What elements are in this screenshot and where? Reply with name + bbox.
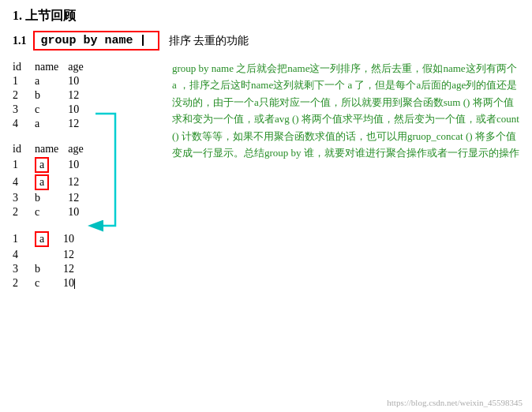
table-row: 2 c 10 bbox=[13, 276, 92, 290]
table-cell: 4 bbox=[13, 174, 35, 191]
table-cell: 10 bbox=[63, 230, 92, 248]
table-row: 1 a 10 bbox=[13, 74, 96, 88]
table-row: 4 a 12 bbox=[13, 174, 96, 191]
table-cell: id bbox=[13, 142, 35, 156]
table-cell: name bbox=[35, 60, 68, 74]
table-cell: c bbox=[35, 103, 68, 117]
table-cell: 12 bbox=[68, 88, 96, 103]
left-panel: id name age 1 a 10 2 b 12 bbox=[13, 60, 163, 302]
table-cell: b bbox=[35, 191, 68, 205]
right-explanation: group by name 之后就会把name这一列排序，然后去重，假如name… bbox=[172, 60, 519, 162]
table-cell: 2 bbox=[13, 88, 35, 103]
group-by-label: group by bbox=[172, 62, 209, 74]
table-cell bbox=[35, 248, 63, 262]
table-row: 4 a 12 bbox=[13, 117, 96, 131]
table-cell: name bbox=[35, 142, 68, 156]
code-box[interactable]: group by name bbox=[33, 31, 159, 51]
table-cell: 4 bbox=[13, 248, 35, 262]
table-cell: 3 bbox=[13, 103, 35, 117]
table-cell: a bbox=[35, 74, 68, 88]
table2: id name age 1 a 10 4 a 12 bbox=[13, 142, 96, 219]
section-title: 1. 上节回顾 bbox=[13, 8, 519, 24]
main-content: id name age 1 a 10 2 b 12 bbox=[13, 60, 519, 302]
cursor-icon bbox=[142, 35, 144, 46]
table-cell: b bbox=[35, 262, 63, 276]
table-cell: 2 bbox=[13, 276, 35, 290]
table-cell: 12 bbox=[68, 174, 96, 191]
table-row: 1 a 10 bbox=[13, 156, 96, 174]
table-cell: b bbox=[35, 88, 68, 103]
code-text: group by name bbox=[41, 34, 133, 47]
table3: 1 a 10 4 12 3 b 12 2 bbox=[13, 230, 92, 290]
table-row: 3 b 12 bbox=[13, 191, 96, 205]
table-row: 1 a 10 bbox=[13, 230, 92, 248]
table-cell: 12 bbox=[68, 117, 96, 131]
subsection-label: 1.1 bbox=[13, 35, 27, 47]
url-watermark: https://blog.csdn.net/weixin_45598345 bbox=[387, 398, 523, 407]
page: 1. 上节回顾 1.1 group by name 排序 去重的功能 id na… bbox=[0, 0, 532, 412]
table-cell: 1 bbox=[13, 74, 35, 88]
table-cell: 12 bbox=[63, 262, 92, 276]
table-cell: 3 bbox=[13, 262, 35, 276]
table3-section: 1 a 10 4 12 3 b 12 2 bbox=[13, 230, 163, 290]
table-row: 4 12 bbox=[13, 248, 92, 262]
table-row: 2 c 10 bbox=[13, 205, 96, 219]
table-cell: age bbox=[68, 60, 96, 74]
bottom-cursor-icon bbox=[74, 279, 75, 289]
table-cell: 1 bbox=[13, 230, 35, 248]
table-cell: c bbox=[35, 276, 63, 290]
boxed-cell: a bbox=[35, 157, 49, 173]
table-cell: 10 bbox=[68, 156, 96, 174]
table-cell: 3 bbox=[13, 191, 35, 205]
table-cell: a bbox=[35, 117, 68, 131]
subtitle-text: 排序 去重的功能 bbox=[169, 34, 249, 48]
table-cell: 4 bbox=[13, 117, 35, 131]
table-cell: age bbox=[68, 142, 96, 156]
right-panel: group by name 之后就会把name这一列排序，然后去重，假如name… bbox=[172, 60, 519, 302]
table-cell: 10 bbox=[63, 276, 92, 290]
table-cell: 2 bbox=[13, 205, 35, 219]
table-cell: 10 bbox=[68, 205, 96, 219]
table-row: id name age bbox=[13, 60, 96, 74]
boxed-cell: a bbox=[35, 174, 49, 190]
right-text-content: name 之后就会把name这一列排序，然后去重，假如name这列有两个 a ，… bbox=[172, 62, 519, 159]
table1-section: id name age 1 a 10 2 b 12 bbox=[13, 60, 163, 131]
table-cell: a bbox=[35, 174, 68, 191]
table-cell: a bbox=[35, 156, 68, 174]
table-cell: a bbox=[35, 230, 63, 248]
subsection-row: 1.1 group by name 排序 去重的功能 bbox=[13, 31, 519, 51]
table-cell: id bbox=[13, 60, 35, 74]
table-cell: 12 bbox=[68, 191, 96, 205]
table-row: 3 b 12 bbox=[13, 262, 92, 276]
table2-section: id name age 1 a 10 4 a 12 bbox=[13, 142, 163, 219]
table-row: 2 b 12 bbox=[13, 88, 96, 103]
boxed-cell: a bbox=[35, 231, 49, 247]
table-cell: 10 bbox=[68, 74, 96, 88]
table-cell: 10 bbox=[68, 103, 96, 117]
table-cell: c bbox=[35, 205, 68, 219]
table-cell: 12 bbox=[63, 248, 92, 262]
table-row: 3 c 10 bbox=[13, 103, 96, 117]
table-cell: 1 bbox=[13, 156, 35, 174]
table-row: id name age bbox=[13, 142, 96, 156]
table1: id name age 1 a 10 2 b 12 bbox=[13, 60, 96, 131]
